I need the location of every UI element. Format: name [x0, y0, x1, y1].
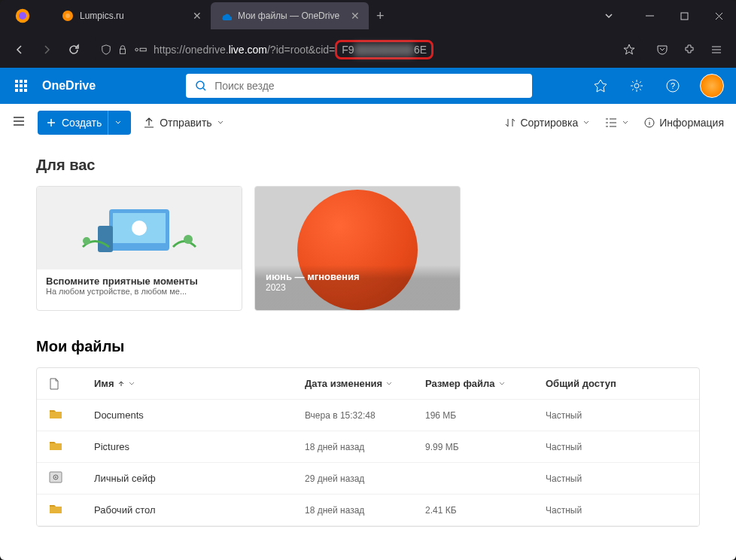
svg-point-6 [135, 48, 138, 51]
col-name[interactable]: Имя [94, 378, 305, 389]
user-avatar[interactable] [700, 74, 724, 98]
svg-rect-9 [20, 80, 23, 83]
table-row[interactable]: Рабочий стол18 дней назад2.41 КБЧастный [37, 495, 699, 526]
col-modified[interactable]: Дата изменения [305, 378, 425, 389]
minimize-button[interactable] [632, 0, 667, 32]
reload-button[interactable] [62, 38, 86, 62]
memories-card[interactable]: Вспомните приятные моменты На любом устр… [36, 186, 242, 311]
app-launcher[interactable] [6, 68, 36, 104]
command-bar: Создать Отправить Сортировка Информация [0, 104, 736, 142]
arrow-up-icon [117, 380, 125, 388]
file-sharing: Частный [546, 410, 681, 421]
chevron-down-icon [622, 119, 629, 126]
brand-label[interactable]: OneDrive [42, 79, 96, 93]
url-text: https://onedrive.live.com/?id=root&cid=F… [154, 44, 617, 56]
svg-rect-11 [15, 84, 18, 87]
onedrive-header: OneDrive ? [0, 68, 736, 104]
forward-button[interactable] [35, 38, 59, 62]
chevron-down-icon [582, 119, 590, 126]
vault-icon [49, 471, 62, 483]
table-row[interactable]: Личный сейф29 дней назадЧастный [37, 463, 699, 495]
settings-icon[interactable] [622, 68, 652, 104]
card-illustration [37, 187, 242, 269]
svg-rect-4 [681, 13, 688, 20]
chevron-down-icon [128, 380, 135, 388]
card-subtitle: 2023 [266, 282, 449, 293]
file-icon [49, 378, 59, 390]
info-icon [644, 117, 655, 128]
folder-icon [49, 440, 62, 452]
create-dropdown[interactable] [108, 111, 128, 135]
file-size: 2.41 КБ [425, 505, 546, 516]
browser-titlebar: Lumpics.ru ✕ Мои файлы — OneDrive ✕ + [0, 0, 736, 32]
folder-icon [49, 503, 62, 515]
svg-rect-14 [15, 89, 18, 92]
moments-card[interactable]: июнь — мгновения 2023 [254, 186, 461, 311]
extensions-icon[interactable] [677, 38, 701, 62]
new-tab-button[interactable]: + [376, 8, 385, 24]
search-box[interactable] [186, 74, 532, 98]
tabs-dropdown[interactable] [592, 0, 626, 32]
bookmark-icon[interactable] [623, 44, 635, 56]
help-icon[interactable]: ? [658, 68, 688, 104]
lock-icon [117, 44, 128, 55]
col-sharing: Общий доступ [546, 378, 681, 389]
file-sharing: Частный [546, 505, 681, 516]
file-name: Рабочий стол [94, 504, 305, 516]
file-name: Documents [94, 409, 305, 421]
menu-icon[interactable] [704, 38, 728, 62]
svg-rect-16 [24, 89, 27, 92]
svg-point-18 [634, 84, 639, 88]
upload-button[interactable]: Отправить [143, 117, 224, 129]
svg-point-27 [184, 235, 193, 244]
file-modified: 18 дней назад [305, 505, 425, 516]
view-icon [605, 117, 617, 128]
table-row[interactable]: DocumentsВчера в 15:32:48196 МБЧастный [37, 400, 699, 431]
close-icon[interactable]: ✕ [351, 10, 360, 22]
close-window-button[interactable] [701, 0, 736, 32]
svg-point-24 [132, 221, 147, 236]
maximize-button[interactable] [667, 0, 701, 32]
file-modified: 29 дней назад [305, 473, 425, 484]
svg-rect-15 [20, 89, 23, 92]
info-button[interactable]: Информация [644, 117, 724, 129]
table-row[interactable]: Pictures18 дней назад9.99 МБЧастный [37, 431, 699, 463]
search-input[interactable] [214, 80, 523, 92]
my-files-section: Мои файлы Имя Дата изменения Размер файл… [0, 338, 736, 527]
card-subtitle: На любом устройстве, в любом ме... [46, 287, 233, 296]
svg-rect-7 [140, 48, 146, 51]
premium-icon[interactable] [585, 68, 616, 104]
permissions-icon [134, 44, 148, 55]
file-sharing: Частный [546, 473, 681, 484]
close-icon[interactable]: ✕ [193, 10, 202, 22]
file-size: 9.99 МБ [425, 442, 546, 452]
chevron-down-icon [498, 380, 506, 388]
svg-rect-8 [15, 80, 18, 83]
url-input[interactable]: https://onedrive.live.com/?id=root&cid=F… [95, 37, 641, 62]
firefox-icon [15, 8, 30, 23]
col-size[interactable]: Размер файла [425, 378, 546, 389]
file-modified: 18 дней назад [305, 442, 425, 452]
browser-address-bar: https://onedrive.live.com/?id=root&cid=F… [0, 32, 736, 68]
card-title: июнь — мгновения [266, 271, 449, 282]
folder-icon [49, 408, 62, 420]
shield-icon [101, 44, 111, 55]
sort-button[interactable]: Сортировка [505, 117, 590, 129]
view-button[interactable] [605, 117, 629, 129]
sort-icon [505, 117, 516, 128]
onedrive-icon [220, 10, 232, 22]
card-title: Вспомните приятные моменты [46, 275, 233, 287]
page-content: OneDrive ? Создать Отправить Сортировк [0, 68, 736, 560]
back-button[interactable] [8, 38, 32, 62]
browser-tab-2[interactable]: Мои файлы — OneDrive ✕ [211, 2, 369, 29]
file-name: Pictures [94, 441, 305, 452]
tab-title: Мои файлы — OneDrive [238, 11, 345, 21]
pocket-icon[interactable] [650, 38, 674, 62]
svg-rect-5 [120, 49, 126, 53]
svg-point-1 [19, 12, 26, 20]
svg-point-30 [55, 476, 56, 478]
create-button[interactable]: Создать [38, 111, 131, 135]
nav-toggle[interactable] [12, 114, 26, 131]
svg-rect-13 [24, 84, 27, 87]
browser-tab-1[interactable]: Lumpics.ru ✕ [53, 2, 211, 29]
